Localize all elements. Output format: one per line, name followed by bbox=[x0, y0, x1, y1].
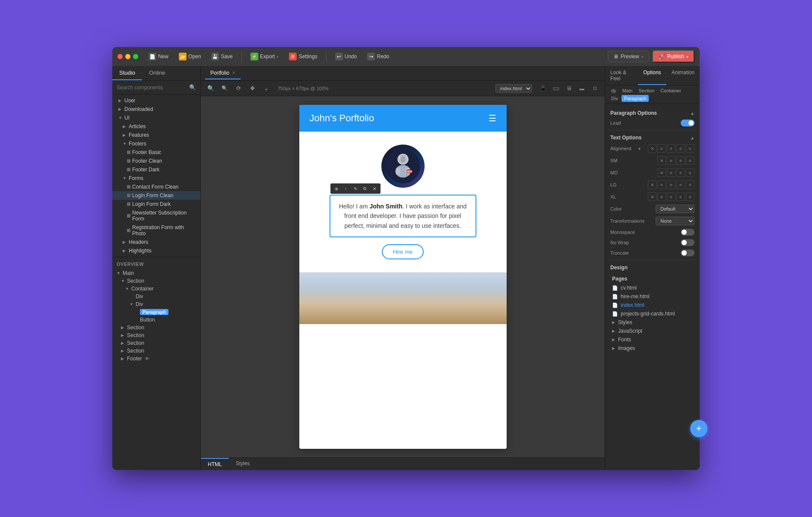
page-item-index[interactable]: 📄 index.html bbox=[610, 301, 695, 309]
tree-item-highlights[interactable]: ▶ Highlights bbox=[112, 246, 200, 255]
tab-look-feel[interactable]: Look & Feel bbox=[605, 66, 638, 85]
text-options-section[interactable]: Text Options ▲ bbox=[609, 132, 696, 142]
tab-studio[interactable]: Studio bbox=[112, 66, 142, 80]
close-button[interactable] bbox=[117, 54, 123, 59]
align-center-btn[interactable]: ≡ bbox=[667, 144, 676, 153]
tree-item-login-dark[interactable]: Login Form Dark bbox=[112, 200, 200, 208]
redo-button[interactable]: ↪ Redo bbox=[364, 51, 393, 62]
sm-left-btn[interactable]: ≡ bbox=[667, 156, 676, 165]
tree-item-articles[interactable]: ▶ Articles bbox=[112, 122, 200, 131]
custom-device-btn[interactable]: ⊡ bbox=[589, 83, 600, 94]
align-left-btn[interactable]: ≡ bbox=[657, 144, 666, 153]
images-section-btn[interactable]: ▶ Images bbox=[610, 344, 695, 353]
sm-none-btn[interactable]: ✕ bbox=[657, 156, 666, 165]
styles-section-btn[interactable]: ▶ Styles bbox=[610, 318, 695, 327]
visibility-icon[interactable]: 👁 bbox=[145, 356, 149, 361]
preview-button[interactable]: 🖥 Preview ▾ bbox=[608, 51, 649, 62]
canvas-tab-portfolio[interactable]: Portfolio ✕ bbox=[205, 67, 241, 79]
wide-device-btn[interactable]: ▬ bbox=[576, 83, 587, 94]
mobile-device-btn[interactable]: 📱 bbox=[537, 83, 549, 94]
ov-item-button[interactable]: ▶ Button bbox=[112, 316, 200, 324]
search-icon[interactable]: 🔍 bbox=[189, 84, 196, 91]
new-button[interactable]: 📄 New bbox=[145, 51, 172, 62]
bc-div[interactable]: Div bbox=[609, 95, 621, 102]
color-select[interactable]: Default bbox=[656, 205, 695, 213]
bc-main[interactable]: Main bbox=[620, 87, 635, 94]
ov-item-section-2[interactable]: ▶ Section bbox=[112, 324, 200, 331]
lg-left-btn[interactable]: ≡ bbox=[657, 180, 666, 189]
tree-item-newsletter[interactable]: Newsletter Subscription Form bbox=[112, 208, 200, 223]
bottom-tab-styles[interactable]: Styles bbox=[229, 458, 257, 470]
ov-item-div-1[interactable]: ▶ Div bbox=[112, 293, 200, 300]
ov-item-container[interactable]: ▼ Container bbox=[112, 285, 200, 293]
lg-none-btn[interactable]: ✕ bbox=[648, 180, 657, 189]
save-button[interactable]: 💾 Save bbox=[208, 51, 236, 62]
ov-item-section-5[interactable]: ▶ Section bbox=[112, 347, 200, 355]
maximize-button[interactable] bbox=[133, 54, 138, 59]
truncate-toggle[interactable] bbox=[681, 249, 695, 256]
hero-text-box[interactable]: ⊕ ↑ ✎ ⧉ ✕ Hello! I am John Smith. I work… bbox=[330, 195, 476, 237]
delete-sel-tool[interactable]: ✕ bbox=[370, 184, 379, 193]
lg-center-btn[interactable]: ≡ bbox=[667, 180, 676, 189]
xl-none-btn[interactable]: ✕ bbox=[648, 192, 657, 201]
zoom-out-tool[interactable]: 🔍 bbox=[205, 83, 216, 94]
nowrap-toggle[interactable] bbox=[681, 239, 695, 246]
ov-item-paragraph[interactable]: ▶ Paragraph bbox=[112, 308, 200, 316]
javascript-section-btn[interactable]: ▶ JavaScript bbox=[610, 327, 695, 335]
undo-button[interactable]: ↩ Undo bbox=[332, 51, 361, 62]
align-right-btn[interactable]: ≡ bbox=[676, 144, 685, 153]
md-left-btn[interactable]: ≡ bbox=[667, 168, 676, 177]
filename-select[interactable]: index.html bbox=[495, 84, 532, 93]
tree-item-footer-dark[interactable]: Footer Dark bbox=[112, 165, 200, 174]
zoom-in-tool[interactable]: 🔍 bbox=[219, 83, 230, 94]
canvas-viewport[interactable]: John's Porftolio ☰ bbox=[201, 96, 605, 457]
ov-item-section-4[interactable]: ▶ Section bbox=[112, 339, 200, 347]
copy-sel-tool[interactable]: ⧉ bbox=[361, 184, 369, 193]
tree-item-contact-form[interactable]: Contact Form Clean bbox=[112, 183, 200, 191]
move-tool[interactable]: ✥ bbox=[247, 83, 258, 94]
xl-justify-btn[interactable]: ≡ bbox=[686, 192, 695, 201]
bc-body[interactable]: dy bbox=[609, 87, 619, 94]
ov-item-section-3[interactable]: ▶ Section bbox=[112, 331, 200, 339]
tree-item-footer-clean[interactable]: Footer Clean bbox=[112, 157, 200, 165]
tab-online[interactable]: Online bbox=[142, 66, 172, 80]
lead-toggle[interactable] bbox=[681, 120, 695, 126]
align-none-btn[interactable]: ✕ bbox=[648, 144, 657, 153]
add-button[interactable]: + bbox=[690, 420, 707, 437]
minimize-button[interactable] bbox=[125, 54, 130, 59]
bottom-tab-html[interactable]: HTML bbox=[201, 458, 229, 470]
tree-item-registration[interactable]: Registration Form with Photo bbox=[112, 223, 200, 238]
fonts-section-btn[interactable]: ▶ Fonts bbox=[610, 335, 695, 344]
move-sel-tool[interactable]: ⊕ bbox=[332, 184, 341, 193]
page-item-cv[interactable]: 📄 cv.html bbox=[610, 284, 695, 292]
tablet-device-btn[interactable]: ▭ bbox=[550, 83, 561, 94]
monospace-toggle[interactable] bbox=[681, 229, 695, 236]
page-item-hireme[interactable]: 📄 hire-me.html bbox=[610, 292, 695, 301]
ov-item-section[interactable]: ▼ Section bbox=[112, 277, 200, 285]
sm-right-btn[interactable]: ≡ bbox=[686, 156, 695, 165]
paragraph-options-section[interactable]: Paragraph Options ▲ bbox=[609, 107, 696, 118]
align-justify-btn[interactable]: ≡ bbox=[686, 144, 695, 153]
page-item-projects[interactable]: 📄 projects-grid-cards.html bbox=[610, 309, 695, 318]
tree-item-features[interactable]: ▶ Features bbox=[112, 131, 200, 139]
tree-item-login-clean[interactable]: Login Form Clean bbox=[112, 191, 200, 200]
up-sel-tool[interactable]: ↑ bbox=[342, 184, 350, 193]
tab-close-icon[interactable]: ✕ bbox=[232, 70, 235, 75]
bc-container[interactable]: Container bbox=[658, 87, 684, 94]
export-button[interactable]: ⚡ Export ▾ bbox=[247, 51, 282, 62]
bc-paragraph[interactable]: Paragraph bbox=[622, 95, 649, 102]
md-center-btn[interactable]: ≡ bbox=[676, 168, 685, 177]
xl-right-btn[interactable]: ≡ bbox=[676, 192, 685, 201]
tree-item-headers[interactable]: ▶ Headers bbox=[112, 238, 200, 246]
lg-right-btn[interactable]: ≡ bbox=[676, 180, 685, 189]
xl-left-btn[interactable]: ≡ bbox=[657, 192, 666, 201]
publish-button[interactable]: 🚀 Publish ▾ bbox=[653, 50, 695, 63]
tab-animation[interactable]: Animation bbox=[666, 66, 700, 85]
tree-item-footers[interactable]: ▼ Footers bbox=[112, 139, 200, 148]
desktop-device-btn[interactable]: 🖥 bbox=[563, 83, 574, 94]
md-none-btn[interactable]: ✕ bbox=[657, 168, 666, 177]
sm-center-btn[interactable]: ≡ bbox=[676, 156, 685, 165]
md-right-btn[interactable]: ≡ bbox=[686, 168, 695, 177]
ov-item-footer[interactable]: ▶ Footer 👁 bbox=[112, 355, 200, 363]
tree-item-downloaded[interactable]: ▶ Downloaded bbox=[112, 105, 200, 113]
